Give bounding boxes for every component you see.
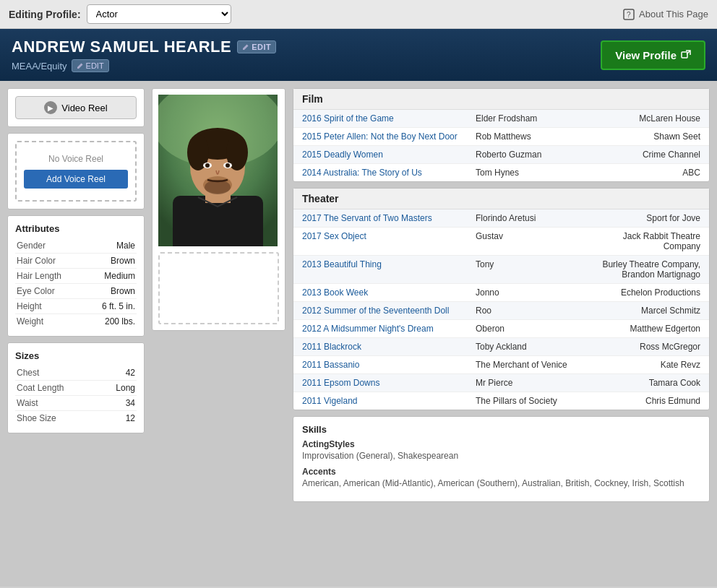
credit-title: 2012 Summer of the Seventeenth Doll	[302, 306, 476, 316]
about-page-link[interactable]: ? About This Page	[623, 9, 708, 20]
pencil-icon	[242, 43, 249, 51]
credit-production: Ross McGregor	[588, 342, 701, 352]
credit-title: 2017 The Servant of Two Masters	[302, 213, 476, 223]
size-value: 12	[99, 411, 137, 426]
film-credits-box: Film 2016 Spirit of the Game Elder Frods…	[293, 88, 710, 182]
credit-title: 2014 Australia: The Story of Us	[302, 168, 476, 178]
attribute-label: Hair Color	[15, 254, 85, 269]
size-value: 34	[99, 396, 137, 411]
credit-role: Roo	[476, 306, 588, 316]
credit-role: Oberon	[476, 324, 588, 334]
size-label: Shoe Size	[15, 411, 99, 426]
credit-role: The Pillars of Society	[476, 396, 588, 406]
credit-production: McLaren House	[588, 113, 701, 124]
name-edit-badge[interactable]: EDIT	[237, 40, 276, 53]
theater-section-header: Theater	[293, 189, 709, 209]
credit-role: Tom Hynes	[476, 168, 588, 178]
voice-reel-dashed-box: No Voice Reel Add Voice Reel	[15, 141, 137, 202]
info-icon: ?	[623, 9, 635, 20]
credit-title: 2013 Book Week	[302, 287, 476, 298]
size-label: Waist	[15, 396, 99, 411]
profile-name: ANDREW SAMUEL HEARLE EDIT	[12, 38, 276, 56]
attribute-value: 200 lbs.	[85, 314, 137, 329]
view-profile-button[interactable]: View Profile	[601, 40, 705, 70]
profile-type-select[interactable]: Actor Director Producer Writer	[87, 4, 231, 24]
credit-production: Kate Revz	[588, 360, 701, 370]
credit-title: 2012 A Midsummer Night's Dream	[302, 324, 476, 334]
sizes-title: Sizes	[15, 350, 137, 361]
credit-production: Tamara Cook	[588, 378, 701, 388]
credit-title: 2013 Beautiful Thing	[302, 259, 476, 269]
credit-role: Elder Frodsham	[476, 113, 588, 124]
credit-production: ABC	[588, 168, 701, 178]
add-voice-reel-button[interactable]: Add Voice Reel	[24, 170, 128, 189]
size-value: Long	[99, 381, 137, 396]
credit-row: 2016 Spirit of the Game Elder Frodsham M…	[293, 110, 709, 128]
svg-text:?: ?	[627, 11, 631, 19]
attribute-label: Weight	[15, 314, 85, 329]
skill-group-content: Improvisation (General), Shakespearean	[302, 451, 700, 461]
attribute-label: Eye Color	[15, 284, 85, 299]
credit-row: 2011 Blackrock Toby Ackland Ross McGrego…	[293, 338, 709, 356]
credit-title: 2017 Sex Object	[302, 231, 476, 241]
svg-point-13	[205, 163, 210, 168]
credit-production: Shawn Seet	[588, 131, 701, 142]
attribute-label: Height	[15, 299, 85, 314]
credit-role: Rob Matthews	[476, 131, 588, 142]
union-edit-badge[interactable]: EDIT	[72, 59, 109, 72]
photo-box	[152, 88, 285, 331]
top-bar: Editing Profile: Actor Director Producer…	[0, 0, 717, 29]
skill-group-content: American, American (Mid-Atlantic), Ameri…	[302, 478, 700, 488]
video-reel-button[interactable]: ▶ Video Reel	[15, 96, 137, 119]
credit-title: 2015 Deadly Women	[302, 150, 476, 160]
profile-header: ANDREW SAMUEL HEARLE EDIT MEAA/Equity ED…	[0, 29, 717, 81]
play-icon: ▶	[44, 101, 57, 114]
theater-credits-rows: 2017 The Servant of Two Masters Florindo…	[293, 209, 709, 410]
no-voice-label: No Voice Reel	[24, 154, 128, 164]
credit-production: Jack Rabbit Theatre Company	[588, 231, 701, 251]
additional-photo-area	[158, 252, 279, 324]
credit-role: Roberto Guzman	[476, 150, 588, 160]
credit-row: 2011 Vigeland The Pillars of Society Chr…	[293, 392, 709, 410]
attribute-value: 6 ft. 5 in.	[85, 299, 137, 314]
pencil-icon-2	[77, 62, 84, 69]
size-label: Chest	[15, 366, 99, 381]
svg-rect-5	[173, 196, 263, 246]
video-reel-box: ▶ Video Reel	[7, 88, 145, 127]
credit-role: Mr Pierce	[476, 378, 588, 388]
actor-photo	[158, 95, 278, 246]
attribute-value: Medium	[85, 269, 137, 284]
sizes-table: Chest42Coat LengthLongWaist34Shoe Size12	[15, 366, 137, 425]
credit-production: Marcel Schmitz	[588, 306, 701, 316]
size-row: Shoe Size12	[15, 411, 137, 426]
size-row: Chest42	[15, 366, 137, 381]
theater-credits-box: Theater 2017 The Servant of Two Masters …	[293, 188, 710, 410]
credit-role: Tony	[476, 259, 588, 269]
credit-title: 2011 Bassanio	[302, 360, 476, 370]
credit-row: 2015 Peter Allen: Not the Boy Next Door …	[293, 128, 709, 146]
credit-row: 2013 Book Week Jonno Echelon Productions	[293, 284, 709, 302]
credit-production: Burley Theatre Company, Brandon Martigna…	[588, 259, 701, 280]
attribute-row: Eye ColorBrown	[15, 284, 137, 299]
credit-role: The Merchant of Venice	[476, 360, 588, 370]
skill-group: Accents American, American (Mid-Atlantic…	[302, 467, 700, 488]
credit-row: 2012 A Midsummer Night's Dream Oberon Ma…	[293, 320, 709, 338]
size-row: Coat LengthLong	[15, 381, 137, 396]
skills-box: Skills ActingStyles Improvisation (Gener…	[293, 416, 710, 502]
middle-panel	[152, 88, 285, 579]
credit-role: Gustav	[476, 231, 588, 241]
credit-row: 2013 Beautiful Thing Tony Burley Theatre…	[293, 256, 709, 284]
skills-title: Skills	[302, 424, 700, 435]
external-link-icon	[681, 50, 691, 60]
skill-group: ActingStyles Improvisation (General), Sh…	[302, 439, 700, 461]
profile-header-left: ANDREW SAMUEL HEARLE EDIT MEAA/Equity ED…	[12, 38, 276, 72]
editing-profile-label: Editing Profile:	[9, 9, 81, 20]
skill-group-title: Accents	[302, 467, 700, 477]
attribute-row: Weight200 lbs.	[15, 314, 137, 329]
attributes-title: Attributes	[15, 223, 137, 234]
credit-production: Echelon Productions	[588, 287, 701, 298]
svg-point-14	[226, 163, 230, 168]
sizes-box: Sizes Chest42Coat LengthLongWaist34Shoe …	[7, 342, 145, 433]
film-credits-rows: 2016 Spirit of the Game Elder Frodsham M…	[293, 110, 709, 181]
credit-production: Crime Channel	[588, 150, 701, 160]
